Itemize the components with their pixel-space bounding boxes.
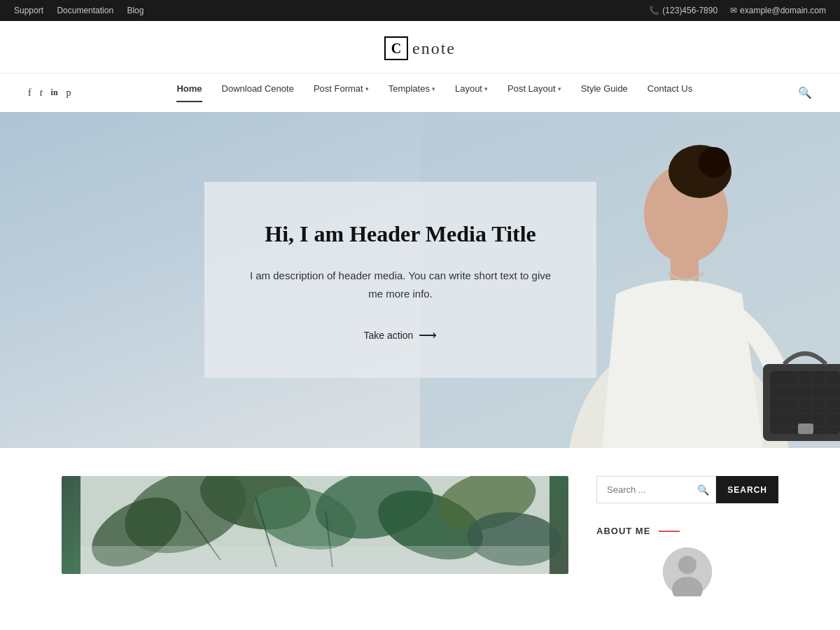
- nav-contact[interactable]: Contact Us: [648, 83, 692, 102]
- blog-link[interactable]: Blog: [127, 6, 144, 15]
- search-input-wrap: 🔍: [596, 476, 716, 503]
- top-bar-links: Support Documentation Blog: [14, 6, 155, 15]
- main-nav: f t in p Home Download Cenote Post Forma…: [0, 73, 840, 112]
- facebook-icon[interactable]: f: [28, 88, 31, 99]
- svg-point-20: [678, 556, 696, 574]
- svg-rect-18: [80, 546, 550, 574]
- svg-rect-8: [798, 424, 813, 434]
- email-icon: ✉: [730, 6, 737, 15]
- logo-name: enote: [412, 39, 456, 58]
- search-icon[interactable]: 🔍: [798, 86, 812, 99]
- sidebar-search: 🔍 SEARCH: [596, 476, 778, 503]
- chevron-down-icon: ▾: [365, 85, 369, 92]
- about-me-underline: [659, 531, 680, 532]
- hero-overlay: Hi, I am Header Media Title I am descrip…: [204, 182, 596, 378]
- about-me-section: ABOUT ME: [596, 526, 778, 596]
- nav-post-layout[interactable]: Post Layout ▾: [507, 83, 561, 102]
- support-link[interactable]: Support: [14, 6, 43, 15]
- top-bar-contact: 📞 (123)456-7890 ✉ example@domain.com: [649, 6, 826, 15]
- site-logo[interactable]: C enote: [384, 36, 456, 60]
- documentation-link[interactable]: Documentation: [57, 6, 113, 15]
- search-button[interactable]: SEARCH: [716, 476, 778, 503]
- thumbnail-image: [62, 476, 568, 574]
- chevron-down-icon: ▾: [432, 85, 435, 92]
- hero-section: Hi, I am Header Media Title I am descrip…: [0, 112, 840, 448]
- social-icons: f t in p: [28, 88, 71, 99]
- chevron-down-icon: ▾: [484, 85, 488, 92]
- nav-templates[interactable]: Templates ▾: [388, 83, 435, 102]
- nav-download[interactable]: Download Cenote: [222, 83, 294, 102]
- sidebar: 🔍 SEARCH ABOUT ME: [596, 476, 778, 596]
- nav-post-format[interactable]: Post Format ▾: [314, 83, 369, 102]
- email-info: ✉ example@domain.com: [730, 6, 826, 15]
- arrow-icon: ⟶: [419, 328, 437, 343]
- search-icon: 🔍: [697, 484, 709, 496]
- top-bar: Support Documentation Blog 📞 (123)456-78…: [0, 0, 840, 21]
- logo-area: C enote: [0, 21, 840, 73]
- main-content: 🔍 SEARCH ABOUT ME: [0, 448, 840, 596]
- nav-links: Home Download Cenote Post Format ▾ Templ…: [176, 74, 692, 112]
- twitter-icon[interactable]: t: [40, 88, 43, 99]
- hero-cta-button[interactable]: Take action ⟶: [364, 328, 438, 343]
- hero-title: Hi, I am Header Media Title: [246, 220, 554, 247]
- nav-layout[interactable]: Layout ▾: [455, 83, 488, 102]
- avatar-image: [663, 547, 712, 596]
- phone-icon: 📞: [649, 6, 659, 15]
- svg-point-4: [699, 147, 729, 178]
- logo-letter: C: [384, 36, 408, 60]
- phone-info: 📞 (123)456-7890: [649, 6, 718, 15]
- nav-style-guide[interactable]: Style Guide: [581, 83, 628, 102]
- pinterest-icon[interactable]: p: [66, 88, 71, 99]
- about-me-heading: ABOUT ME: [596, 526, 778, 536]
- linkedin-icon[interactable]: in: [51, 88, 58, 98]
- chevron-down-icon: ▾: [558, 85, 561, 92]
- about-me-label: ABOUT ME: [596, 526, 650, 536]
- avatar: [663, 547, 712, 596]
- hero-description: I am description of header media. You ca…: [246, 267, 554, 302]
- post-thumbnail: [62, 476, 568, 574]
- content-left: [62, 476, 568, 596]
- phone-number: (123)456-7890: [662, 6, 718, 15]
- hero-cta-label: Take action: [364, 330, 414, 341]
- email-address: example@domain.com: [740, 6, 826, 15]
- nav-home[interactable]: Home: [176, 83, 202, 102]
